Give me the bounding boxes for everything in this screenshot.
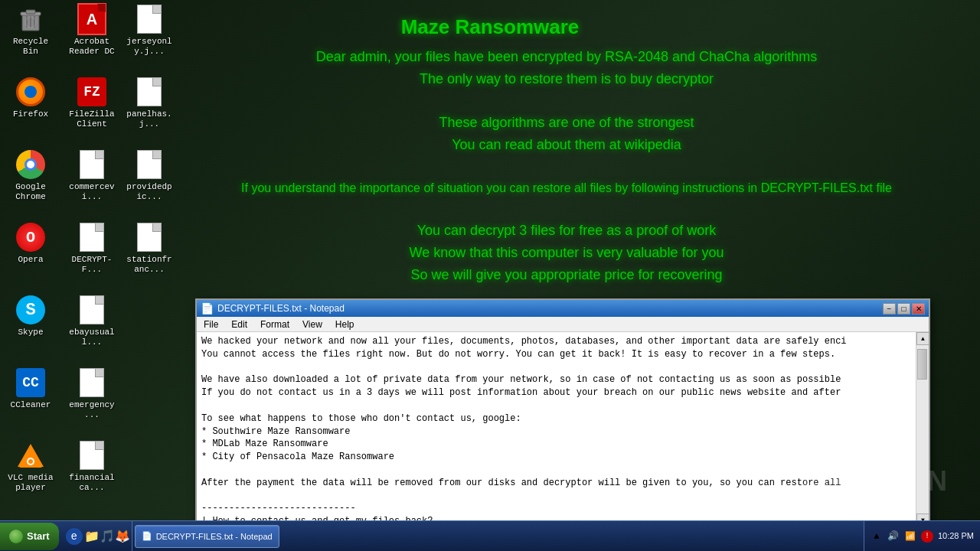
system-tray: ▲ 🔊 📶 ! 10:28 PM [864,521,980,551]
scroll-down-arrow[interactable]: ▼ [916,514,929,520]
ransom-line-3: These algorithms are one of the stronges… [153,112,980,134]
panelhas-label: panelhas.j... [122,109,176,130]
emergency-label: emergency... [65,399,119,421]
opera-icon: O [15,222,46,253]
skype-icon: S [15,295,46,325]
desktop-icon-vlc[interactable]: VLC media player [4,440,57,494]
desktop-icon-financialca[interactable]: financialca... [65,440,119,494]
desktop-icon-ebayusuall[interactable]: ebayusuall... [65,295,119,348]
ransom-line-spacer2 [153,156,980,178]
desktop-icon-recycle-bin[interactable]: Recycle Bin [4,4,57,57]
menu-format[interactable]: Format [256,318,294,331]
decrypt-icon [77,222,107,253]
scroll-up-arrow[interactable]: ▲ [916,332,929,345]
quicklaunch-firefox[interactable]: 🦊 [116,530,129,543]
ransom-line-6: You can decrypt 3 files for free as a pr… [153,220,980,242]
tray-security[interactable]: ! [921,530,933,543]
desktop-icon-providedpic[interactable]: providedpic... [122,149,176,203]
financialca-icon [77,440,107,471]
ransom-line-8: So we will give you appropriate price fo… [153,264,980,286]
tray-volume[interactable]: 🔊 [887,530,900,543]
notepad-scrollbar[interactable]: ▲ ▼ [916,332,929,520]
quicklaunch-folder[interactable]: 📁 [86,530,98,543]
notepad-textarea[interactable]: We hacked your network and now all your … [197,332,916,520]
commercevi-icon [77,149,107,180]
providedpic-label: providedpic... [122,181,176,203]
svg-rect-2 [26,10,35,14]
desktop: Maze Ransomware Dear admin, your files h… [0,0,980,520]
notepad-controls: − □ ✕ [883,303,925,315]
desktop-icon-chrome[interactable]: Google Chrome [4,149,57,203]
ccleaner-label: CCleaner [8,399,54,411]
desktop-icon-decrypt[interactable]: DECRYPT-F... [65,222,119,276]
close-button[interactable]: ✕ [912,303,925,315]
desktop-icon-firefox[interactable]: Firefox [4,77,57,120]
taskbar: Start e 📁 🎵 🦊 📄 DECRYPT-FILES.txt - Note… [0,520,980,551]
desktop-icon-acrobat[interactable]: AcrobatReader DC [65,4,119,57]
desktop-icon-ccleaner[interactable]: CC CCleaner [4,367,57,411]
notepad-menubar: File Edit Format View Help [197,317,929,332]
minimize-button[interactable]: − [883,303,896,315]
desktop-icon-stationfranc[interactable]: stationfranc... [122,222,176,276]
notepad-window[interactable]: 📄 DECRYPT-FILES.txt - Notepad − □ ✕ File… [195,298,930,520]
decrypt-label: DECRYPT-F... [65,254,119,276]
jerseyonly-icon [134,4,165,34]
desktop-icons: Recycle Bin AcrobatReader DC jerseyonly.… [0,0,176,520]
tray-arrow[interactable]: ▲ [871,530,883,543]
filezilla-label: FileZilla Client [65,109,119,130]
financialca-label: financialca... [65,472,119,494]
ransom-line-1: Dear admin, your files have been encrypt… [153,46,980,68]
ransom-line-4: You can read about them at wikipedia [153,134,980,156]
skype-label: Skype [15,327,45,338]
quicklaunch-ie[interactable]: e [66,528,83,545]
notepad-content: We hacked your network and now all your … [197,332,929,520]
desktop-icon-emergency[interactable]: emergency... [65,367,119,421]
tray-network[interactable]: 📶 [904,530,916,543]
scroll-track [916,345,929,514]
desktop-icon-panelhas[interactable]: panelhas.j... [122,77,176,130]
ransom-text: Dear admin, your files have been encrypt… [153,46,980,286]
firefox-label: Firefox [11,109,51,120]
ebayusuall-label: ebayusuall... [65,327,119,348]
ransom-line-5: If you understand the importance of situ… [153,178,980,198]
stationfranc-label: stationfranc... [122,254,176,276]
acrobat-icon [77,4,107,34]
ebayusuall-icon [77,295,107,325]
ransom-line-7: We know that this computer is very valua… [153,242,980,264]
menu-help[interactable]: Help [331,318,359,331]
commercevi-label: commercevi... [65,181,119,203]
chrome-label: Google Chrome [4,181,57,203]
taskbar-item-notepad[interactable]: 📄 DECRYPT-FILES.txt - Notepad [135,525,279,548]
opera-label: Opera [15,254,45,266]
maximize-button[interactable]: □ [897,303,910,315]
taskbar-item-icon: 📄 [142,531,152,541]
notepad-titlebar: 📄 DECRYPT-FILES.txt - Notepad − □ ✕ [197,300,929,317]
start-orb [9,530,23,543]
ransom-line-2: The only way to restore them is to buy d… [153,68,980,90]
filezilla-icon: FZ [77,77,107,107]
quicklaunch-media[interactable]: 🎵 [101,530,113,543]
system-clock[interactable]: 10:28 PM [938,530,974,541]
providedpic-icon [134,149,165,180]
start-label: Start [27,530,50,542]
vlc-icon [15,440,46,471]
desktop-icon-skype[interactable]: S Skype [4,295,57,338]
desktop-icon-filezilla[interactable]: FZ FileZilla Client [65,77,119,130]
taskbar-item-label: DECRYPT-FILES.txt - Notepad [156,532,273,541]
desktop-icon-jerseyonly[interactable]: jerseyonly.j... [122,4,176,57]
notepad-title-text: DECRYPT-FILES.txt - Notepad [217,303,345,314]
start-button[interactable]: Start [0,523,59,550]
svg-point-11 [28,459,33,464]
menu-view[interactable]: View [298,318,327,331]
ransom-line-spacer1 [153,90,980,112]
desktop-icon-commercevi[interactable]: commercevi... [65,149,119,203]
taskbar-items: 📄 DECRYPT-FILES.txt - Notepad [132,521,864,551]
desktop-icon-opera[interactable]: O Opera [4,222,57,266]
acrobat-label: AcrobatReader DC [67,36,116,57]
chrome-icon [15,149,46,180]
ccleaner-icon: CC [15,367,46,398]
notepad-title-left: 📄 DECRYPT-FILES.txt - Notepad [201,302,345,315]
scroll-thumb[interactable] [917,349,927,380]
menu-file[interactable]: File [199,318,223,331]
menu-edit[interactable]: Edit [227,318,252,331]
